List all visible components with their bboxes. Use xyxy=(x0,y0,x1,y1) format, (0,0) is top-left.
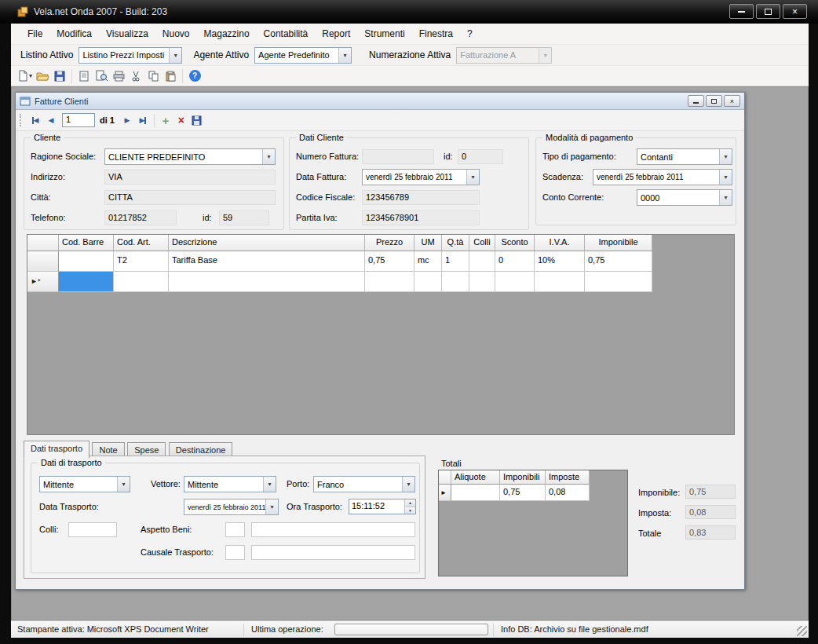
grid-cell[interactable]: 0,75 xyxy=(500,485,546,501)
tipo-pagamento-combo[interactable]: Contanti ▾ xyxy=(637,148,732,165)
porto-combo[interactable]: Franco ▾ xyxy=(313,476,415,492)
current-row-marker[interactable]: ► xyxy=(439,485,451,501)
print-preview-button[interactable] xyxy=(93,68,110,85)
menu-report[interactable]: Report xyxy=(315,25,357,42)
cut-button[interactable] xyxy=(127,68,144,85)
agente-combo[interactable]: Agente Predefinito ▾ xyxy=(254,47,352,64)
codice-fiscale-field[interactable]: 123456789 xyxy=(362,190,480,205)
vettore-combo[interactable]: Mittente ▾ xyxy=(184,476,276,492)
grid-cell[interactable]: Tariffa Base xyxy=(169,251,365,272)
menu-contabilita[interactable]: Contabilità xyxy=(257,25,316,42)
cliente-id-field[interactable]: 59 xyxy=(219,210,269,225)
grid-column-header[interactable]: Sconto xyxy=(495,235,535,251)
report-button[interactable] xyxy=(75,68,93,85)
delete-record-button[interactable]: × xyxy=(173,112,189,128)
save-button[interactable] xyxy=(51,68,68,85)
grid-row-header[interactable] xyxy=(27,251,59,272)
grid-cell[interactable] xyxy=(495,272,535,292)
record-position-input[interactable]: 1 xyxy=(62,113,95,127)
child-close-button[interactable]: × xyxy=(724,95,740,107)
menu-modifica[interactable]: Modifica xyxy=(49,25,99,42)
paste-button[interactable] xyxy=(162,68,179,85)
save-record-button[interactable] xyxy=(189,112,205,128)
first-record-button[interactable]: ◀ xyxy=(27,112,43,128)
tab-dati-trasporto[interactable]: Dati trasporto xyxy=(24,441,89,458)
grid-cell[interactable] xyxy=(535,272,585,292)
new-document-button[interactable]: ▾ xyxy=(16,68,34,85)
menu-visualizza[interactable]: Visualizza xyxy=(99,25,155,42)
next-record-button[interactable]: ▶ xyxy=(119,112,135,128)
scadenza-datepicker[interactable]: venerdì 25 febbraio 2011 ▾ xyxy=(593,169,732,185)
grid-column-header[interactable]: Colli xyxy=(469,235,495,251)
grid-cell[interactable] xyxy=(365,272,414,292)
grid-cell-selected[interactable] xyxy=(59,272,114,292)
grid-cell[interactable]: 0,75 xyxy=(365,251,414,272)
aspetto-beni-desc-field[interactable] xyxy=(251,522,415,537)
maximize-button[interactable] xyxy=(756,4,780,19)
grid-cell[interactable] xyxy=(59,251,114,272)
grid-column-header[interactable]: Prezzo xyxy=(365,235,414,251)
grid-cell[interactable]: 1 xyxy=(442,251,469,272)
indirizzo-field[interactable]: VIA xyxy=(104,170,276,185)
menu-strumenti[interactable]: Strumenti xyxy=(357,25,411,42)
ragione-sociale-combo[interactable]: CLIENTE PREDEFINITO ▾ xyxy=(104,148,276,165)
grid-column-header[interactable]: Imposte xyxy=(546,470,590,485)
menu-magazzino[interactable]: Magazzino xyxy=(197,25,257,42)
grid-cell[interactable]: 0 xyxy=(495,251,535,272)
numero-fattura-field[interactable] xyxy=(362,149,434,164)
colli-field[interactable] xyxy=(68,522,117,537)
spinner-down-icon[interactable]: ▼ xyxy=(405,507,415,514)
grid-corner[interactable] xyxy=(439,470,451,485)
causale-code-field[interactable] xyxy=(225,545,245,560)
grid-corner[interactable] xyxy=(27,235,59,251)
grid-cell[interactable] xyxy=(585,272,652,292)
grid-cell[interactable] xyxy=(414,272,442,292)
numerazione-combo[interactable]: Fatturazione A ▾ xyxy=(456,47,552,64)
conto-corrente-combo[interactable]: 0000 ▾ xyxy=(637,189,732,206)
grid-cell[interactable] xyxy=(442,272,469,292)
print-button[interactable] xyxy=(110,68,127,85)
last-record-button[interactable]: ▶ xyxy=(135,112,151,128)
minimize-button[interactable] xyxy=(729,4,754,19)
mittente-combo[interactable]: Mittente ▾ xyxy=(39,476,130,492)
data-trasporto-datepicker[interactable]: venerdì 25 febbraio 2011 ▾ xyxy=(184,499,279,515)
previous-record-button[interactable]: ◀ xyxy=(43,112,59,128)
grid-column-header[interactable]: Cod. Barre xyxy=(59,235,114,251)
grid-column-header[interactable]: UM xyxy=(414,235,442,251)
data-fattura-datepicker[interactable]: venerdì 25 febbraio 2011 ▾ xyxy=(362,169,480,185)
menu-finestra[interactable]: Finestra xyxy=(412,25,460,42)
grid-column-header[interactable]: I.V.A. xyxy=(535,235,585,251)
grid-cell[interactable]: mc xyxy=(414,251,442,272)
open-button[interactable] xyxy=(34,68,51,85)
grid-column-header[interactable]: Imponibili xyxy=(500,470,546,485)
grid-cell[interactable] xyxy=(114,272,169,292)
child-minimize-button[interactable] xyxy=(688,95,704,107)
causale-desc-field[interactable] xyxy=(251,545,415,560)
close-button[interactable]: × xyxy=(783,4,807,19)
spinner-up-icon[interactable]: ▲ xyxy=(405,499,415,507)
aspetto-beni-code-field[interactable] xyxy=(225,522,245,537)
grid-column-header[interactable]: Descrizione xyxy=(169,235,365,251)
menu-file[interactable]: File xyxy=(20,25,49,42)
grid-cell-selected[interactable]: 10% xyxy=(451,485,500,501)
partita-iva-field[interactable]: 12345678901 xyxy=(362,210,480,225)
grid-column-header[interactable]: Imponibile xyxy=(585,235,652,251)
ora-trasporto-spinner[interactable]: 15:11:52 ▲ ▼ xyxy=(349,499,416,514)
help-button[interactable]: ? xyxy=(186,68,203,85)
child-maximize-button[interactable] xyxy=(706,95,722,107)
grid-cell[interactable]: 10% xyxy=(535,251,585,272)
grid-cell[interactable] xyxy=(169,272,365,292)
grid-column-header[interactable]: Q.tà xyxy=(442,235,469,251)
resize-grip[interactable] xyxy=(797,626,807,636)
menu-nuovo[interactable]: Nuovo xyxy=(155,25,197,42)
grid-cell[interactable]: 0,08 xyxy=(546,485,590,501)
grid-cell[interactable] xyxy=(469,272,495,292)
grid-column-header[interactable]: Aliquote xyxy=(451,470,500,485)
citta-field[interactable]: CITTA xyxy=(104,190,276,205)
listino-combo[interactable]: Listino Prezzi Imposti ▾ xyxy=(79,47,182,64)
new-row-marker[interactable]: ►* xyxy=(27,272,59,292)
grid-cell[interactable] xyxy=(469,251,495,272)
grid-cell[interactable]: T2 xyxy=(114,251,169,272)
add-record-button[interactable]: + xyxy=(158,112,173,128)
grid-cell[interactable]: 0,75 xyxy=(585,251,652,272)
